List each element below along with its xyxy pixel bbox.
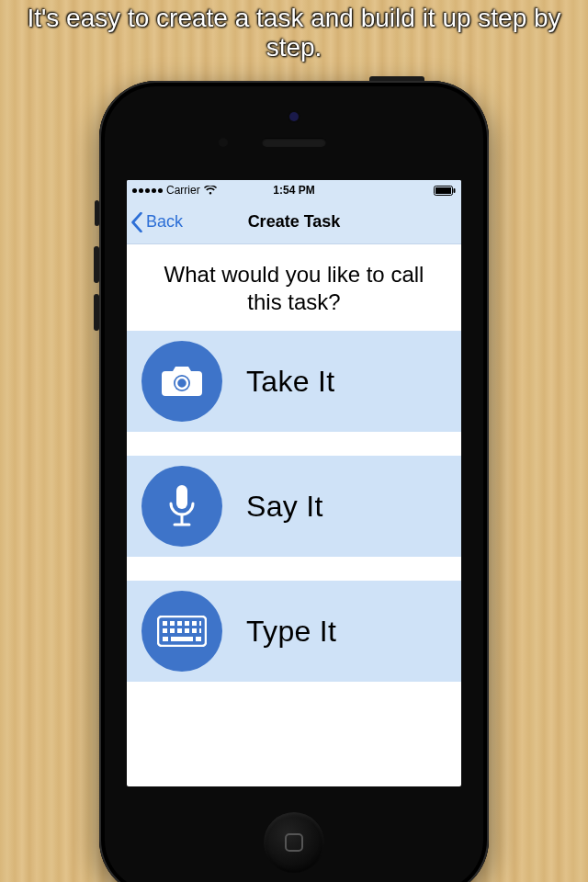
svg-rect-20 (199, 628, 201, 633)
mute-switch (95, 200, 99, 226)
svg-rect-14 (199, 621, 201, 626)
svg-rect-5 (176, 485, 187, 509)
svg-rect-9 (163, 621, 167, 626)
prompt-text: What would you like to call this task? (127, 244, 461, 331)
chevron-left-icon (130, 212, 143, 232)
option-label: Say It (246, 490, 323, 524)
home-button-glyph (285, 833, 303, 852)
svg-rect-1 (435, 187, 451, 194)
svg-rect-15 (163, 628, 167, 633)
svg-rect-19 (192, 628, 197, 633)
battery-icon (434, 186, 456, 196)
option-type-it[interactable]: Type It (127, 581, 461, 682)
carrier-label: Carrier (166, 184, 200, 197)
svg-rect-16 (170, 628, 175, 633)
wifi-icon (204, 186, 217, 195)
svg-rect-21 (163, 637, 168, 641)
svg-rect-2 (454, 188, 456, 193)
back-label: Back (146, 212, 183, 232)
option-say-it[interactable]: Say It (127, 456, 461, 557)
svg-rect-22 (171, 637, 193, 641)
svg-rect-11 (177, 621, 182, 626)
status-bar: Carrier 1:54 PM (127, 180, 461, 200)
proximity-sensor (219, 138, 228, 147)
earpiece-speaker (262, 138, 326, 147)
volume-down-button (94, 294, 99, 331)
svg-rect-17 (177, 628, 182, 633)
nav-bar: Back Create Task (127, 200, 461, 244)
option-label: Take It (246, 365, 334, 399)
volume-up-button (94, 246, 99, 283)
option-take-it[interactable]: Take It (127, 331, 461, 432)
option-label: Type It (246, 615, 336, 649)
status-carrier: Carrier (132, 184, 217, 197)
svg-rect-10 (170, 621, 175, 626)
front-camera (289, 112, 299, 121)
camera-icon (141, 341, 222, 422)
microphone-icon (141, 466, 222, 547)
power-button (369, 76, 424, 81)
keyboard-icon (141, 591, 222, 672)
phone-frame: Carrier 1:54 PM Back Create Task What wo… (99, 81, 489, 882)
svg-rect-12 (185, 621, 189, 626)
svg-rect-18 (185, 628, 189, 633)
svg-rect-23 (196, 637, 201, 641)
content-area: What would you like to call this task? T… (127, 244, 461, 682)
svg-rect-13 (192, 621, 197, 626)
back-button[interactable]: Back (127, 212, 190, 232)
signal-strength-icon (132, 188, 163, 193)
home-button[interactable] (264, 812, 324, 873)
marketing-caption: It's easy to create a task and build it … (0, 4, 588, 62)
screen: Carrier 1:54 PM Back Create Task What wo… (127, 180, 461, 786)
